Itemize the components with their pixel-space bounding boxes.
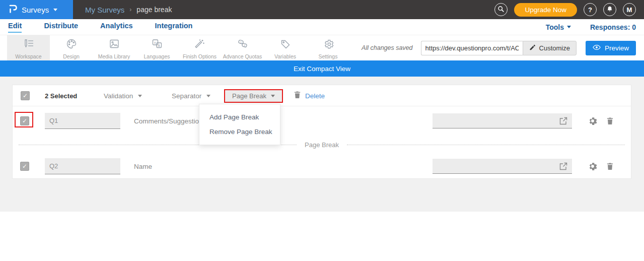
pencil-icon — [529, 44, 536, 52]
chevron-down-icon — [53, 9, 57, 11]
selection-toolbar: 2 Selected Validation Separator Page Bre… — [13, 85, 631, 106]
settings-icon — [323, 38, 334, 51]
breadcrumb-separator: › — [129, 6, 131, 13]
customize-label: Customize — [539, 44, 570, 52]
save-status-text: All changes saved — [362, 44, 412, 51]
toolbar-item-languages[interactable]: xA Languages — [135, 35, 178, 60]
toolbar-item-settings[interactable]: Settings — [307, 35, 349, 60]
avatar[interactable]: M — [623, 3, 636, 16]
toolbar-label: Languages — [144, 53, 170, 59]
gear-icon — [588, 116, 597, 125]
question-code-input-q2[interactable] — [45, 158, 120, 174]
external-link-icon[interactable] — [559, 162, 568, 173]
tools-dropdown[interactable]: Tools — [546, 23, 571, 31]
toolbar-label: Advance Quotas — [223, 53, 262, 59]
external-link-icon[interactable] — [559, 116, 568, 127]
breadcrumb: My Surveys › page break — [85, 6, 172, 14]
page-break-divider-label: Page Break — [297, 141, 347, 149]
survey-nav-bar: Edit Distribute Analytics Integration To… — [0, 19, 644, 35]
editor-toolbar: Workspace Design Media Library xA Langua… — [0, 35, 644, 60]
tab-edit[interactable]: Edit — [8, 22, 22, 33]
survey-url-input[interactable] — [421, 41, 523, 55]
preview-label: Preview — [605, 44, 629, 52]
question-row-q1: Comments/Suggestions: — [13, 106, 631, 136]
toolbar-right: All changes saved Customize Preview — [362, 35, 644, 60]
content-area: 2 Selected Validation Separator Page Bre… — [0, 77, 644, 212]
question-delete-button-q2[interactable] — [606, 162, 614, 172]
workspace-icon — [23, 38, 35, 51]
toolbar-label: Workspace — [15, 53, 41, 59]
chevron-down-icon — [206, 95, 210, 97]
select-all-checkbox[interactable] — [21, 91, 30, 100]
responses-link[interactable]: Responses: 0 — [590, 23, 636, 31]
top-bar-actions: Upgrade Now ? M — [494, 3, 644, 17]
toolbar-item-workspace[interactable]: Workspace — [7, 35, 50, 60]
tab-analytics[interactable]: Analytics — [100, 22, 132, 33]
toolbar-item-design[interactable]: Design — [50, 35, 93, 60]
avatar-initial: M — [627, 6, 632, 14]
variables-icon — [280, 38, 291, 51]
svg-text:1: 1 — [240, 41, 242, 44]
toolbar-item-media-library[interactable]: Media Library — [93, 35, 135, 60]
preview-button[interactable]: Preview — [586, 41, 636, 55]
exit-compact-view-banner[interactable]: Exit Compact View — [0, 60, 644, 77]
question-checkbox-q1[interactable] — [20, 116, 29, 125]
validation-dropdown[interactable]: Validation — [104, 85, 142, 106]
answer-field-q1[interactable] — [433, 113, 572, 128]
chevron-down-icon — [138, 95, 142, 97]
toolbar-label: Finish Options — [183, 53, 217, 59]
question-title-q1: Comments/Suggestions: — [134, 106, 208, 136]
nav-tabs: Edit Distribute Analytics Integration — [0, 22, 192, 33]
question-code-input-q1[interactable] — [45, 113, 120, 129]
bell-icon — [606, 6, 613, 14]
menu-item-remove-page-break[interactable]: Remove Page Break — [199, 128, 280, 136]
menu-item-add-page-break[interactable]: Add Page Break — [199, 113, 280, 121]
nav-right: Tools Responses: 0 — [546, 23, 644, 31]
question-title-q2: Name — [134, 154, 152, 179]
help-icon: ? — [588, 6, 592, 14]
tab-integration[interactable]: Integration — [155, 22, 193, 33]
toolbar-item-variables[interactable]: Variables — [264, 35, 307, 60]
top-bar: Surveys My Surveys › page break Upgrade … — [0, 0, 644, 19]
selected-count-label: 2 Selected — [45, 85, 77, 106]
toolbar-label: Design — [63, 53, 80, 59]
toolbar-item-finish-options[interactable]: Finish Options — [178, 35, 221, 60]
upgrade-now-button[interactable]: Upgrade Now — [514, 3, 577, 17]
question-checkbox-q2[interactable] — [20, 162, 29, 171]
question-settings-button-q2[interactable] — [588, 162, 597, 173]
divider-line — [347, 145, 625, 145]
help-button[interactable]: ? — [584, 3, 597, 16]
surveys-product-menu[interactable]: Surveys — [0, 0, 73, 19]
chevron-down-icon — [271, 95, 275, 97]
toolbar-item-advance-quotas[interactable]: 12 Advance Quotas — [221, 35, 264, 60]
design-icon — [66, 38, 77, 51]
customize-button[interactable]: Customize — [523, 41, 577, 55]
breadcrumb-my-surveys[interactable]: My Surveys — [85, 6, 124, 14]
exit-compact-view-label: Exit Compact View — [294, 65, 350, 73]
answer-field-q2[interactable] — [433, 159, 572, 174]
toolbar-label: Variables — [274, 53, 296, 59]
page-break-dropdown[interactable]: Page Break — [224, 89, 283, 103]
breadcrumb-current-survey: page break — [136, 6, 172, 14]
tab-distribute[interactable]: Distribute — [44, 22, 78, 33]
search-icon — [497, 6, 505, 14]
questionpro-survey-editor: Surveys My Surveys › page break Upgrade … — [0, 0, 644, 261]
question-settings-button-q1[interactable] — [588, 116, 597, 127]
chevron-down-icon — [567, 26, 571, 28]
delete-selected-button[interactable]: Delete — [294, 85, 325, 106]
search-button[interactable] — [494, 3, 508, 16]
svg-text:2: 2 — [244, 44, 245, 47]
logo-icon — [9, 4, 17, 16]
toolbar-label: Media Library — [98, 53, 130, 59]
eye-icon — [593, 44, 601, 52]
page-break-menu: Add Page Break Remove Page Break — [199, 104, 280, 145]
trash-icon — [606, 117, 614, 125]
notifications-button[interactable] — [603, 3, 616, 16]
svg-text:x: x — [154, 41, 156, 44]
validation-label: Validation — [104, 92, 133, 100]
question-list-card: 2 Selected Validation Separator Page Bre… — [12, 85, 631, 179]
advance-quotas-icon: 12 — [237, 38, 248, 51]
question-delete-button-q1[interactable] — [606, 117, 614, 127]
trash-icon — [294, 91, 301, 101]
separator-dropdown[interactable]: Separator — [172, 85, 210, 106]
